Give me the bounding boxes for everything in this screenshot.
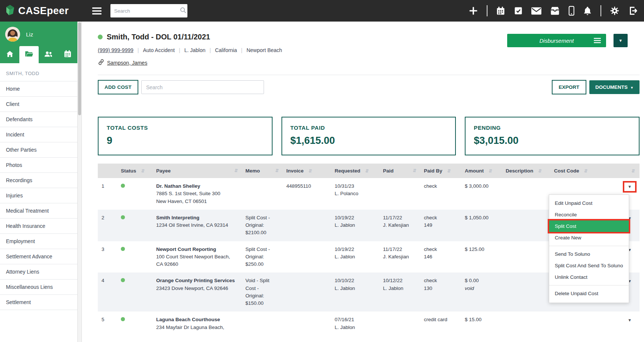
column-header-invoice[interactable]: Invoice⇵ [283,164,331,178]
payee-address: 7885 S. 1st Street, Suite 300 [156,190,238,197]
add-new-icon[interactable] [468,6,478,16]
sidebar-item-recordings[interactable]: Recordings [0,173,77,188]
mobile-icon[interactable] [569,6,574,16]
sidebar-item-home[interactable]: Home [0,81,77,97]
page-title: Smith, Todd - DOL 01/11/2021 [107,33,210,41]
invoice-cell [283,312,331,336]
column-header-status[interactable]: Status⇵ [117,164,152,178]
sort-icon[interactable]: ⇵ [413,168,416,173]
column-header-paid[interactable]: Paid⇵ [379,164,420,178]
table-row: 5 Laguna Beach Courthouse 234 Mayfair Dr… [98,312,640,336]
global-search [110,4,187,17]
hamburger-menu-icon [594,38,601,44]
users-icon [44,49,53,60]
sort-icon[interactable]: ⇵ [365,168,369,174]
sidebar-item-attorney-liens[interactable]: Attorney Liens [0,264,77,280]
sidebar-item-other-parties[interactable]: Other Parties [0,142,77,158]
sidebar-item-incident[interactable]: Incident [0,127,77,142]
total-paid-card: TOTAL PAID $1,615.00 [281,117,456,155]
case-header: Smith, Todd - DOL 01/11/2021 (999) 999-9… [98,33,640,67]
sort-icon[interactable]: ⇵ [234,168,238,173]
case-status-disbursement-button[interactable]: Disbursement [507,34,606,47]
card-label: PENDING [474,125,631,131]
export-button[interactable]: EXPORT [552,80,587,94]
costs-search-input[interactable] [141,80,264,94]
sidebar-item-photos[interactable]: Photos [0,158,77,173]
tab-home[interactable] [0,46,19,63]
sidebar-item-client[interactable]: Client [0,97,77,112]
tasks-icon[interactable] [514,6,523,15]
linked-contact-link[interactable]: Sampson, James [107,60,147,66]
casepeer-logo[interactable]: CASEpeer [5,4,78,17]
sidebar-item-settlement[interactable]: Settlement [0,295,77,310]
sidebar-item-miscellaneous-liens[interactable]: Miscellaneous Liens [0,280,77,295]
column-header-paid-by[interactable]: Paid By⇵ [420,164,461,178]
description-cell [502,241,550,273]
sort-icon[interactable]: ⇵ [275,168,279,173]
menu-item-split-cost-and-send-to-soluno[interactable]: Split Cost And Send To Soluno [549,260,629,271]
menu-item-edit-unpaid-cost[interactable]: Edit Unpaid Cost [549,197,629,209]
scrollbar-thumb[interactable] [78,22,81,115]
global-search-input[interactable] [114,8,180,14]
status-dot [121,215,125,219]
requested-date: 07/16/21 [335,316,376,323]
case-city: Newport Beach [237,47,282,53]
column-header-payee[interactable]: Payee⇵ [152,164,242,178]
tab-cases[interactable] [19,46,39,63]
menu-item-reconcile[interactable]: Reconcile [549,209,629,220]
sort-icon[interactable]: ⇵ [141,168,145,174]
documents-dropdown-button[interactable]: DOCUMENTS▼ [589,80,640,94]
column-header-actions[interactable]: ⇵ [610,164,640,178]
column-header-requested[interactable]: Requested⇵ [331,164,379,178]
column-header-description[interactable]: Description⇵ [502,164,550,178]
requested-date: 10/19/22 [335,214,376,222]
settings-gear-icon[interactable] [610,6,619,16]
amount-value: $ 15.00 [465,316,498,323]
menu-item-unlink-contact[interactable]: Unlink Contact [549,271,629,283]
inbox-icon[interactable] [550,6,560,15]
sidebar-item-employment[interactable]: Employment [0,234,77,249]
phone-link[interactable]: (999) 999-9999 [98,47,133,53]
amount-value: $ 1,050.00 [465,214,498,222]
row-actions-caret[interactable]: ▼ [624,316,635,325]
column-header-cost-code[interactable]: Cost Code⇵ [550,164,610,178]
case-type: Auto Accident [133,47,175,53]
notifications-bell-icon[interactable] [583,6,592,16]
calendar-icon[interactable] [496,6,505,16]
sidebar-header: Liz [0,22,77,63]
topbar-actions [468,5,638,16]
sidebar-item-injuries[interactable]: Injuries [0,188,77,203]
sort-icon[interactable]: ⇵ [631,168,635,174]
sidebar-item-health-insurance[interactable]: Health Insurance [0,219,77,234]
hamburger-menu-icon[interactable] [92,7,102,14]
tab-calendar[interactable] [58,46,77,63]
invoice-cell [283,272,331,312]
card-label: TOTAL COSTS [107,125,264,131]
sidebar-item-settlement-advance[interactable]: Settlement Advance [0,249,77,264]
mail-icon[interactable] [531,7,541,15]
add-cost-button[interactable]: ADD COST [98,80,138,94]
search-icon[interactable] [180,7,186,15]
sidebar: Liz SMITH, TODD Home Client Def [0,22,77,342]
sort-icon[interactable]: ⇵ [489,168,492,174]
menu-item-split-cost[interactable]: Split Cost [549,220,629,232]
menu-item-create-new[interactable]: Create New [549,232,629,243]
column-header-memo[interactable]: Memo⇵ [242,164,283,178]
tab-contacts[interactable] [39,46,58,63]
logout-icon[interactable] [628,6,638,16]
menu-item-send-to-soluno[interactable]: Send To Soluno [549,248,629,260]
column-header-amount[interactable]: Amount⇵ [461,164,502,178]
main-content: Smith, Todd - DOL 01/11/2021 (999) 999-9… [82,22,644,342]
sort-icon[interactable]: ⇵ [309,168,312,174]
sidebar-item-medical-treatment[interactable]: Medical Treatment [0,203,77,219]
sidebar-item-defendants[interactable]: Defendants [0,112,77,127]
sort-icon[interactable]: ⇵ [584,168,588,174]
avatar[interactable] [5,27,20,42]
menu-item-delete-unpaid-cost[interactable]: Delete Unpaid Cost [549,288,629,299]
row-actions-caret[interactable]: ▼ [624,183,635,191]
memo-cell [242,178,283,210]
sort-icon[interactable]: ⇵ [538,168,542,174]
sort-icon[interactable]: ⇵ [447,168,451,174]
payment-method: check [424,277,457,284]
case-status-caret-button[interactable]: ▼ [614,34,628,47]
